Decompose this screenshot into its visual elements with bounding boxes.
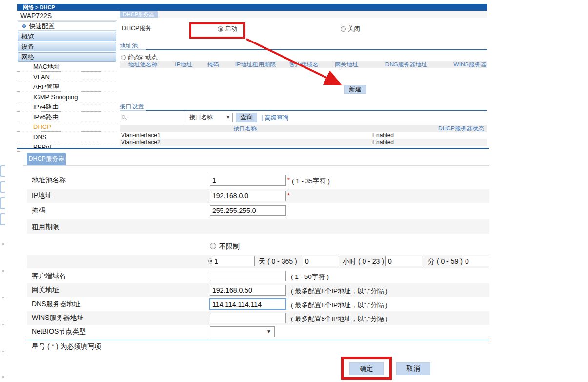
netbios-select[interactable]: ▼: [210, 326, 275, 337]
col-ip: IP地址: [166, 61, 201, 68]
sidebar-fragment: [0, 181, 5, 193]
ip-input[interactable]: [210, 191, 286, 201]
sidebar-item-quick-config[interactable]: ❖快速配置: [18, 21, 116, 31]
gateway-input[interactable]: [210, 285, 286, 296]
top-panel: 网络 > DHCP WAP722S ❖快速配置 概览 设备 网络 MAC地址 V…: [17, 4, 487, 149]
link-separator: |: [261, 113, 263, 121]
sidebar-item-arp[interactable]: ARP管理: [17, 82, 117, 92]
lease-day-input[interactable]: [212, 256, 255, 266]
radio-off[interactable]: [341, 26, 346, 32]
lease-second-input[interactable]: [463, 256, 489, 266]
col-mask: 掩码: [201, 61, 225, 68]
sidebar-item-igmp[interactable]: IGMP Snooping: [17, 92, 117, 102]
table-row[interactable]: Vlan-interface1 Enabled: [120, 132, 487, 139]
radio-static[interactable]: [121, 55, 126, 60]
sidebar-fragment: [0, 165, 5, 177]
lease-minute-input[interactable]: [385, 256, 422, 266]
pool-name-hint: ( 1 - 35字符 ): [292, 177, 330, 186]
sidebar-group-overview[interactable]: 概览: [18, 32, 116, 41]
sidebar-fragment: [0, 197, 5, 209]
gateway-label: 网关地址: [32, 286, 59, 295]
search-icon: [122, 115, 125, 119]
radio-unlimited[interactable]: [210, 243, 216, 249]
pool-name-input[interactable]: [210, 175, 286, 186]
lease-day-unit: 天 ( 0 - 365 ): [259, 257, 297, 266]
form-tab-rule: [23, 165, 489, 166]
radio-dynamic-label: 动态: [145, 54, 158, 61]
annotation-box-ok: [341, 357, 392, 380]
ip-row: IP地址 *: [27, 189, 489, 203]
col-dhcp-status: DHCP服务器状态: [371, 125, 484, 132]
top-main: DHCP服务器 DHCP服务 启动 关闭 地址池 静态 动态 地址池名称 IP地…: [120, 11, 487, 149]
sidebar-group-network[interactable]: 网络: [18, 52, 116, 62]
lease-section-row: 租用期限: [27, 219, 489, 234]
interface-underline-dark: [146, 110, 487, 111]
wins-label: WINS服务器地址: [32, 314, 84, 322]
sidebar-item-dns[interactable]: DNS: [17, 132, 117, 142]
new-button[interactable]: 新建: [344, 85, 366, 94]
table-row[interactable]: Vlan-interface2 Enabled: [120, 139, 487, 146]
pool-name-row: 地址池名称 * ( 1 - 35字符 ): [27, 172, 489, 188]
col-gateway: 网关地址: [322, 61, 371, 68]
wins-hint: ( 最多配置8个IP地址，以","分隔 ): [291, 315, 388, 323]
left-divider-line: [20, 149, 20, 382]
edge-dot: [2, 243, 4, 245]
radio-unlimited-label: 不限制: [219, 242, 240, 251]
sidebar-item-dhcp[interactable]: DHCP: [17, 122, 117, 132]
form-divider: [27, 340, 489, 340]
lease-hour-unit: 小时 ( 0 - 23 ): [343, 257, 384, 266]
tab-strip: DHCP服务器: [120, 11, 487, 18]
col-client: 客户端域名: [285, 61, 322, 68]
wins-input[interactable]: [210, 313, 286, 323]
form-window-top-border: [17, 148, 489, 149]
interface-underline-light: [120, 110, 146, 111]
cancel-button[interactable]: 取消: [396, 362, 430, 375]
ip-required: *: [287, 192, 290, 199]
form-tab-dhcp-server[interactable]: DHCP服务器: [27, 153, 66, 165]
dns-input[interactable]: [209, 298, 286, 310]
breadcrumb: 网络 > DHCP: [17, 4, 487, 11]
search-input[interactable]: [120, 113, 185, 122]
edge-dot: [2, 324, 4, 325]
pool-underline-light: [120, 49, 146, 50]
radio-off-label: 关闭: [348, 25, 360, 32]
netbios-label: NetBIOS节点类型: [32, 327, 86, 336]
dhcp-service-label: DHCP服务: [122, 24, 151, 33]
interface-name: Vlan-interface1: [121, 132, 161, 139]
mask-row: 掩码: [27, 204, 489, 217]
sidebar-group-device[interactable]: 设备: [18, 42, 116, 51]
chevron-down-icon: ▼: [226, 113, 230, 122]
query-button[interactable]: 查询: [236, 113, 257, 122]
tab-dhcp-server[interactable]: DHCP服务器: [120, 11, 158, 18]
radio-dynamic[interactable]: [138, 55, 143, 60]
lease-label: 租用期限: [32, 223, 59, 232]
sidebar-item-mac[interactable]: MAC地址: [17, 62, 117, 72]
dhcp-service-off-option[interactable]: 关闭: [341, 24, 360, 33]
device-name: WAP722S: [17, 11, 117, 21]
dns-hint: ( 最多配置8个IP地址，以","分隔 ): [291, 301, 388, 310]
ip-label: IP地址: [32, 191, 52, 200]
netbios-select-value: [210, 327, 212, 335]
sidebar-item-ipv4[interactable]: IPv4路由: [17, 102, 117, 112]
col-wins: WINS服务器地址: [442, 61, 487, 68]
advanced-query-link[interactable]: 高级查询: [265, 114, 288, 122]
dhcp-pool-form: DHCP服务器 地址池名称 * ( 1 - 35字符 ) IP地址 * 掩码 租…: [20, 149, 490, 382]
col-dns: DNS服务器地址: [371, 61, 442, 68]
interface-status: Enabled: [372, 139, 394, 146]
quick-config-label: 快速配置: [29, 22, 55, 30]
edge-dot: [2, 376, 4, 378]
sidebar-fragment: [0, 213, 5, 225]
sidebar-item-vlan[interactable]: VLAN: [17, 72, 117, 82]
lease-hour-input[interactable]: [303, 256, 339, 266]
pool-underline-dark: [146, 49, 487, 50]
interface-status: Enabled: [372, 132, 394, 139]
sidebar-item-ipv6[interactable]: IPv6路由: [17, 112, 117, 122]
chevron-down-icon: ▼: [266, 329, 271, 334]
annotation-box-service-on: [189, 22, 245, 39]
mask-input[interactable]: [210, 205, 286, 216]
filter-select[interactable]: 接口名称 ▼: [187, 113, 233, 122]
edge-dot: [2, 297, 4, 298]
lease-unlimited-row: 不限制: [27, 240, 489, 253]
client-domain-input[interactable]: [210, 271, 286, 281]
gateway-row: 网关地址 ( 最多配置8个IP地址，以","分隔 ): [27, 283, 489, 297]
